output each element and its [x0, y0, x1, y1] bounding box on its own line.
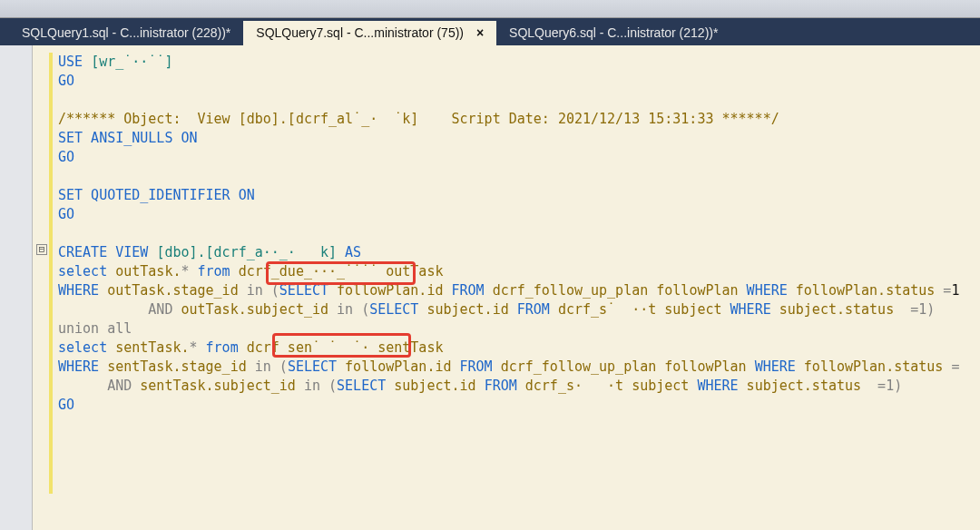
tab-label: SQLQuery6.sql - C...inistrator (212))* — [509, 25, 718, 40]
code-content[interactable]: USE [wr_˙··˙˙] GO /****** Object: View [… — [58, 53, 980, 415]
tab-sqlquery7[interactable]: SQLQuery7.sql - C...ministrator (75)) × — [243, 21, 496, 45]
left-gutter-pane — [0, 45, 33, 530]
code-editor[interactable]: ⊟ USE [wr_˙··˙˙] GO /****** Object: View… — [33, 45, 980, 530]
top-toolbar — [0, 0, 980, 18]
tab-bar: SQLQuery1.sql - C...inistrator (228))* S… — [0, 18, 980, 45]
tab-label: SQLQuery7.sql - C...ministrator (75)) — [256, 25, 464, 40]
tab-sqlquery6[interactable]: SQLQuery6.sql - C...inistrator (212))* — [496, 21, 730, 45]
editor-area: ⊟ USE [wr_˙··˙˙] GO /****** Object: View… — [0, 45, 980, 530]
fold-icon[interactable]: ⊟ — [36, 244, 47, 255]
close-icon[interactable]: × — [476, 25, 484, 40]
tab-sqlquery1[interactable]: SQLQuery1.sql - C...inistrator (228))* — [9, 21, 243, 45]
tab-label: SQLQuery1.sql - C...inistrator (228))* — [22, 25, 230, 40]
change-marker — [49, 53, 53, 494]
